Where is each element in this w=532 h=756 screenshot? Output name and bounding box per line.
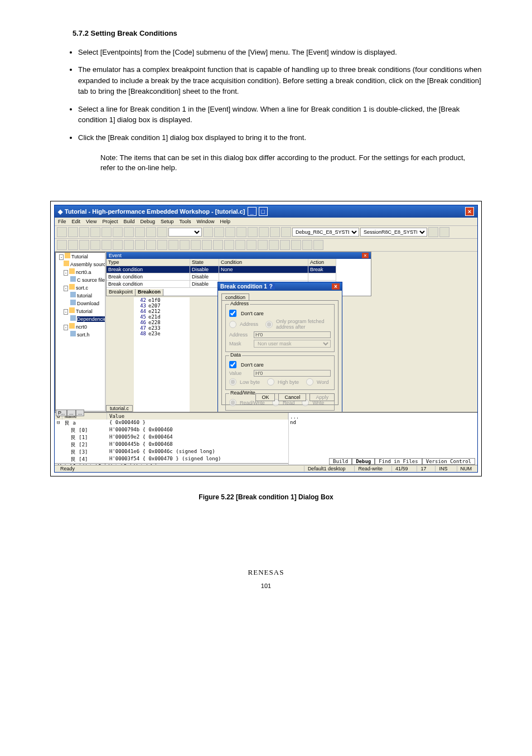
tab-build[interactable]: Build (329, 458, 352, 465)
t4-icon[interactable] (236, 227, 246, 237)
maximize-button[interactable]: □ (259, 207, 268, 216)
d12-icon[interactable] (180, 240, 190, 250)
menu-debug[interactable]: Debug (140, 219, 155, 224)
workspace-tree[interactable]: -Tutorial Assembly source -ncrt0.a C sou… (55, 252, 106, 412)
col-action[interactable]: Action (308, 259, 336, 266)
break-condition-row-1[interactable]: Break condition (107, 266, 190, 273)
break-condition-row-2[interactable]: Break condition (107, 273, 190, 281)
t2-icon[interactable] (214, 227, 224, 237)
find-icon[interactable] (157, 227, 167, 237)
save-icon[interactable] (79, 227, 89, 237)
t9-icon[interactable] (428, 227, 438, 237)
d9-icon[interactable] (146, 240, 156, 250)
paste-icon[interactable] (135, 227, 145, 237)
break-condition-row-3[interactable]: Break condition (107, 281, 190, 288)
d4-icon[interactable] (90, 240, 100, 250)
copy-icon[interactable] (124, 227, 134, 237)
t1-icon[interactable] (203, 227, 213, 237)
tree-tab-3[interactable]: ... (76, 410, 85, 412)
tab-find[interactable]: Find in Files (375, 458, 422, 465)
d16-icon[interactable] (224, 240, 234, 250)
only-prog-radio (265, 321, 273, 328)
d7-icon[interactable] (124, 240, 134, 250)
cancel-button[interactable]: Cancel (278, 393, 306, 401)
config-select-blank[interactable] (168, 228, 202, 237)
open-icon[interactable] (68, 227, 78, 237)
print-icon[interactable] (101, 227, 112, 237)
menu-view[interactable]: View (86, 219, 96, 224)
tab-debug[interactable]: Debug (352, 458, 375, 465)
d3-icon[interactable] (79, 240, 89, 250)
ok-button[interactable]: OK (255, 393, 275, 401)
tab-version[interactable]: Version Control (422, 458, 475, 465)
page-number: 101 (6, 582, 526, 589)
d17-icon[interactable] (235, 240, 245, 250)
section-note: Note: The items that can be set in this … (72, 153, 482, 173)
d24-icon[interactable] (313, 240, 323, 250)
d23-icon[interactable] (302, 240, 312, 250)
menu-tools[interactable]: Tools (179, 219, 191, 224)
d5-icon[interactable] (101, 240, 112, 250)
menu-edit[interactable]: Edit (72, 219, 81, 224)
close-button[interactable]: × (465, 207, 474, 216)
d6-icon[interactable] (113, 240, 123, 250)
col-state[interactable]: State (190, 259, 219, 266)
t7-icon[interactable] (270, 227, 280, 237)
highbyte-radio (267, 378, 274, 386)
group-address: Address Don't care Address Only program … (225, 304, 335, 352)
d20-icon[interactable] (269, 240, 279, 250)
d15-icon[interactable] (213, 240, 223, 250)
minimize-button[interactable]: _ (248, 207, 257, 216)
dialog-close-icon[interactable]: × (332, 283, 340, 290)
col-condition[interactable]: Condition (219, 259, 308, 266)
tab-breakpoint[interactable]: Breakpoint (107, 289, 136, 296)
col-type[interactable]: Type (107, 259, 190, 266)
dialog-title: Break condition 1 (220, 283, 267, 290)
t6-icon[interactable] (259, 227, 269, 237)
d2-icon[interactable] (68, 240, 78, 250)
source-code-pane[interactable]: 42e1f0 43e207 44e212 45e21d 46e228 47e23… (134, 297, 190, 412)
d13-icon[interactable] (191, 240, 201, 250)
d21-icon[interactable] (280, 240, 290, 250)
menu-project[interactable]: Project (102, 219, 118, 224)
t8-icon[interactable] (281, 227, 291, 237)
menu-build[interactable]: Build (123, 219, 134, 224)
source-tab[interactable]: tutorial.c (106, 405, 133, 412)
t5-icon[interactable] (248, 227, 258, 237)
menu-file[interactable]: File (58, 219, 66, 224)
data-dontcare-checkbox[interactable] (229, 361, 236, 368)
tree-tab-p[interactable]: P... (56, 410, 67, 412)
section-heading: 5.7.2 Setting Break Conditions (72, 28, 482, 39)
help-icon[interactable]: ? (267, 283, 275, 290)
tree-tab-2[interactable]: ... (67, 410, 76, 412)
watch-col-value[interactable]: Value (107, 413, 288, 420)
statusbar: Ready Default1 desktop Read-write 41/59 … (55, 465, 477, 472)
build-config-select[interactable]: Debug_R8C_E8_SYSTEM (292, 228, 359, 237)
menu-window[interactable]: Window (197, 219, 215, 224)
match-icon[interactable] (146, 227, 156, 237)
debug-toolbar (55, 239, 477, 252)
d22-icon[interactable] (291, 240, 301, 250)
saveall-icon[interactable] (90, 227, 100, 237)
session-select[interactable]: SessionR8C_E8_SYSTEM (360, 228, 427, 237)
event-close-icon[interactable]: × (362, 253, 369, 258)
dontcare-checkbox[interactable] (229, 310, 236, 317)
footer-logo: RENESAS (6, 568, 526, 577)
d8-icon[interactable] (135, 240, 145, 250)
d18-icon[interactable] (246, 240, 257, 250)
break-condition-dialog: Break condition 1 ? × condition Address … (217, 282, 342, 412)
d1-icon[interactable] (57, 240, 67, 250)
menu-setup[interactable]: Setup (161, 219, 174, 224)
d14-icon[interactable] (202, 240, 212, 250)
new-icon[interactable] (57, 227, 67, 237)
tab-breakcondition[interactable]: Breakcon (136, 289, 163, 296)
d19-icon[interactable] (258, 240, 268, 250)
menu-help[interactable]: Help (220, 219, 231, 224)
cut-icon[interactable] (113, 227, 123, 237)
t3-icon[interactable] (225, 227, 235, 237)
d11-icon[interactable] (168, 240, 178, 250)
status-ready: Ready (57, 466, 78, 471)
d10-icon[interactable] (157, 240, 167, 250)
t10-icon[interactable] (439, 227, 449, 237)
watch-pane: ♻ Name Value ⊟艮 a{ 0x000460 } 艮 [0]H'000… (55, 412, 477, 465)
